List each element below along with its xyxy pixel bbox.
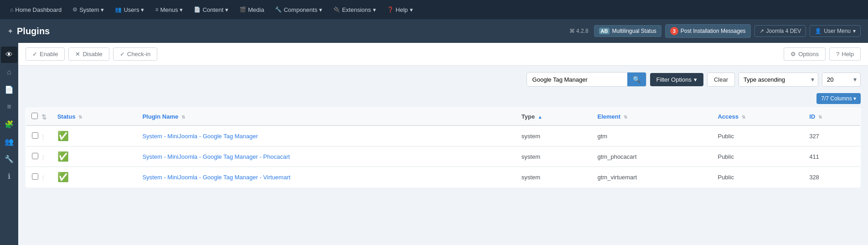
td-type-1: system [516,125,592,146]
th-type[interactable]: Type ▲ [516,108,592,126]
td-access-1: Public [712,125,804,146]
sidebar-item-eye[interactable]: 👁 [1,47,17,63]
nav-content[interactable]: 📄 Content ▾ [189,0,233,19]
options-label: Options [798,51,819,57]
drag-handle-icon-1[interactable]: ⋮ [40,133,46,140]
th-id[interactable]: ID ⇅ [804,108,860,126]
sort-select[interactable]: Type ascending Type descending Name asce… [739,73,807,86]
plugin-link-1[interactable]: System - MiniJoomla - Google Tag Manager [142,133,258,140]
help-nav-icon: ❓ [387,6,394,13]
td-checkbox-1: ⋮ [26,125,52,146]
status-enabled-icon-3[interactable]: ✅ [57,172,69,182]
th-access-label: Access [718,113,739,120]
id-sort-icon: ⇅ [818,115,822,120]
nav-help[interactable]: ❓ Help ▾ [382,0,418,19]
sort-chevron-icon: ▾ [807,76,818,83]
sidebar-users-icon: 👥 [5,137,14,146]
search-button[interactable]: 🔍 [627,73,646,86]
td-status-2: ✅ [52,146,137,167]
nav-media[interactable]: 🎬 Media [235,0,269,19]
options-button[interactable]: ⚙ Options [784,47,826,61]
table-row: ⋮ ✅ System - MiniJoomla - Google Tag Man… [26,125,861,146]
users-arrow-icon: ▾ [141,6,144,13]
disable-label: Disable [83,51,102,57]
nav-home-dashboard[interactable]: ⌂ Home Dashboard [5,0,66,19]
plugins-icon: ✦ [7,27,13,36]
enable-label: Enable [40,51,58,57]
nav-extensions[interactable]: 🔌 Extensions ▾ [329,0,381,19]
plugin-link-2[interactable]: System - MiniJoomla - Google Tag Manager… [142,153,289,160]
th-id-label: ID [809,113,815,120]
sidebar-item-home[interactable]: ⌂ [1,64,17,80]
plugin-link-3[interactable]: System - MiniJoomla - Google Tag Manager… [142,174,290,181]
search-wrapper: 🔍 [527,72,646,87]
td-plugin-name-2: System - MiniJoomla - Google Tag Manager… [137,146,516,167]
users-icon: 👥 [115,6,122,13]
td-plugin-name-1: System - MiniJoomla - Google Tag Manager [137,125,516,146]
sidebar-item-info[interactable]: ℹ [1,168,17,184]
row-checkbox-2[interactable] [32,153,38,159]
row-checkbox-1[interactable] [32,132,38,139]
sidebar-item-file[interactable]: 📄 [1,81,17,98]
table-row: ⋮ ✅ System - MiniJoomla - Google Tag Man… [26,146,861,167]
sub-header: ✦ Plugins ⌘ 4.2.8 AB Multilingual Status… [0,19,868,43]
gear-icon: ⚙ [790,51,796,57]
per-page-chevron-icon: ▾ [850,76,860,83]
sidebar-item-wrench[interactable]: 🔧 [1,151,17,167]
content-arrow-icon: ▾ [225,6,228,13]
search-input[interactable] [527,73,627,86]
drag-handle-icon-2[interactable]: ⋮ [40,154,46,161]
post-installation-messages-btn[interactable]: 3 Post Installation Messages [665,24,751,38]
per-page-select[interactable]: 20 50 100 [822,73,850,86]
plugin-name-sort-icon: ⇅ [181,115,185,120]
th-select-all: ⇅ [26,108,52,126]
user-menu-btn[interactable]: 👤 User Menu ▾ [810,25,861,37]
plugins-table: ⇅ Status ⇅ Plugin Name ⇅ Type ▲ [26,108,861,188]
filter-options-label: Filter Options [656,76,692,83]
sidebar-item-users[interactable]: 👥 [1,133,17,150]
version-badge: ⌘ 4.2.8 [569,28,589,34]
columns-button[interactable]: 7/7 Columns ▾ [816,93,861,104]
th-access[interactable]: Access ⇅ [712,108,804,126]
checkin-button[interactable]: ✓ Check-in [113,47,157,61]
th-status[interactable]: Status ⇅ [52,108,137,126]
sidebar-item-list[interactable]: ≡ [1,99,17,115]
table-header-row: ⇅ Status ⇅ Plugin Name ⇅ Type ▲ [26,108,861,126]
th-element[interactable]: Element ⇅ [592,108,713,126]
search-icon: 🔍 [633,76,641,83]
element-sort-icon: ⇅ [624,115,627,120]
enable-button[interactable]: ✓ Enable [26,47,65,61]
disable-button[interactable]: ✕ Disable [68,47,109,61]
nav-system[interactable]: ⚙ System ▾ [68,0,108,19]
th-type-label: Type [522,113,535,120]
td-id-3: 328 [804,167,860,188]
select-all-checkbox[interactable] [31,113,38,119]
joomla-icon: ↗ [760,28,764,34]
row-checkbox-3[interactable] [32,173,38,180]
nav-users[interactable]: 👥 Users ▾ [110,0,149,19]
th-plugin-name[interactable]: Plugin Name ⇅ [137,108,516,126]
checkin-label: Check-in [127,51,150,57]
help-arrow-icon: ▾ [410,6,413,13]
drag-handle-icon-3[interactable]: ⋮ [40,174,46,181]
filter-options-button[interactable]: Filter Options ▾ [650,73,703,86]
nav-menus[interactable]: ≡ Menus ▾ [150,0,187,19]
help-question-icon: ? [836,51,839,57]
status-enabled-icon-1[interactable]: ✅ [57,131,69,141]
clear-button[interactable]: Clear [707,73,735,87]
system-arrow-icon: ▾ [101,6,104,13]
status-enabled-icon-2[interactable]: ✅ [57,151,69,162]
joomla-dev-btn[interactable]: ↗ Joomla 4 DEV [754,25,806,37]
td-access-3: Public [712,167,804,188]
help-button[interactable]: ? Help [829,47,861,61]
top-navigation: ⌂ Home Dashboard ⚙ System ▾ 👥 Users ▾ ≡ … [0,0,868,19]
sub-header-right: ⌘ 4.2.8 AB Multilingual Status 3 Post In… [569,24,861,38]
multilingual-status-btn[interactable]: AB Multilingual Status [594,25,661,37]
help-label: Help [842,51,854,57]
td-checkbox-3: ⋮ [26,167,52,188]
nav-components[interactable]: 🔧 Components ▾ [270,0,327,19]
table-row: ⋮ ✅ System - MiniJoomla - Google Tag Man… [26,167,861,188]
th-status-label: Status [57,113,76,120]
sidebar-item-puzzle[interactable]: 🧩 [1,116,17,132]
messages-count: 3 [670,27,678,35]
